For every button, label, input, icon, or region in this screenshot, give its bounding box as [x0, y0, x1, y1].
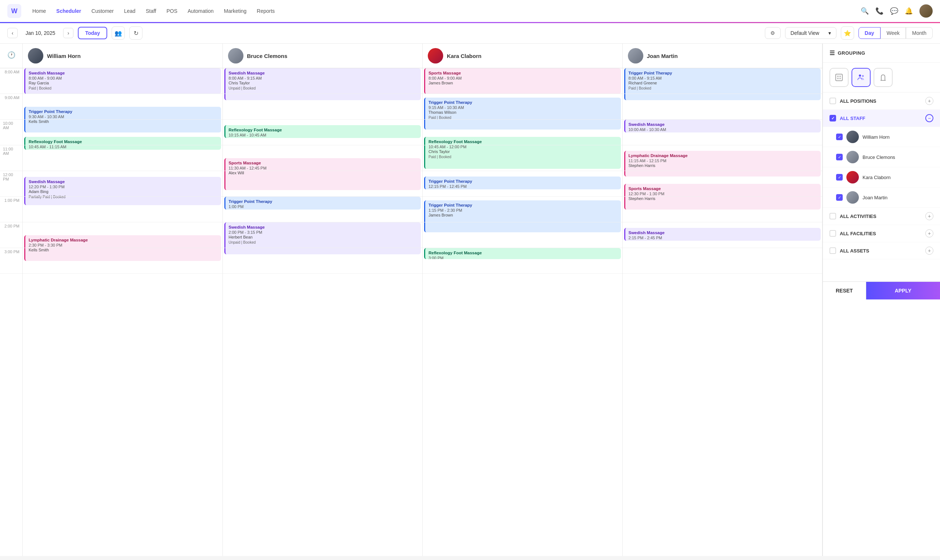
star-button[interactable]: ⭐: [841, 26, 854, 40]
tab-week[interactable]: Week: [880, 27, 906, 39]
phone-icon[interactable]: 📞: [875, 7, 883, 15]
notification-icon[interactable]: 🔔: [905, 7, 913, 15]
all-activities-section[interactable]: ALL ACTIVITIES +: [823, 208, 940, 225]
all-positions-label: ALL POSITIONS: [829, 98, 876, 104]
refresh-button[interactable]: ↻: [129, 26, 142, 40]
assets-expand-button[interactable]: +: [925, 247, 933, 255]
group-by-asset-button[interactable]: [874, 68, 893, 87]
grouping-icons: [823, 63, 940, 92]
all-staff-checkbox[interactable]: ✓: [829, 115, 836, 122]
panel-bottom-buttons: RESET APPLY: [823, 282, 940, 300]
time-slot: 2:00 PM: [0, 222, 22, 248]
staff-row-joan[interactable]: ✓ Joan Martin: [823, 188, 940, 208]
staff-header-kara: Kara Claborn: [423, 44, 623, 68]
time-slot: 9:00 AM: [0, 94, 22, 120]
all-activities-label: ALL ACTIVITIES: [829, 213, 877, 220]
all-facilities-checkbox[interactable]: [829, 230, 836, 237]
william-name: William Horn: [863, 134, 933, 140]
nav-reports[interactable]: Reports: [257, 8, 275, 14]
svg-rect-1: [837, 75, 839, 77]
time-slot: 1:00 PM: [0, 197, 22, 222]
all-activities-checkbox[interactable]: [829, 213, 836, 220]
apply-button[interactable]: APPLY: [866, 282, 940, 300]
staff-name-joan: Joan Martin: [647, 53, 678, 59]
staff-name-kara: Kara Claborn: [447, 53, 481, 59]
user-avatar[interactable]: [920, 5, 933, 18]
prev-date-button[interactable]: ‹: [7, 28, 18, 38]
nav-customer[interactable]: Customer: [91, 8, 114, 14]
nav-automation[interactable]: Automation: [188, 8, 214, 14]
group-by-people-button[interactable]: [852, 68, 871, 87]
nav-home[interactable]: Home: [32, 8, 46, 14]
nav-right: 🔍 📞 💬 🔔: [861, 5, 933, 18]
nav-staff[interactable]: Staff: [146, 8, 156, 14]
clock-icon: 🕐: [7, 51, 15, 59]
all-staff-section[interactable]: ✓ ALL STAFF −: [823, 110, 940, 127]
kara-checkbox[interactable]: ✓: [836, 174, 843, 180]
kara-avatar: [846, 171, 859, 183]
next-date-button[interactable]: ›: [63, 28, 74, 38]
staff-name-bruce: Bruce Clemons: [247, 53, 288, 59]
whatsapp-icon[interactable]: 💬: [890, 7, 898, 15]
nav-scheduler[interactable]: Scheduler: [56, 8, 81, 14]
staff-name-william: William Horn: [47, 53, 81, 59]
group-by-building-button[interactable]: [829, 68, 849, 87]
activities-expand-button[interactable]: +: [925, 212, 933, 220]
positions-expand-button[interactable]: +: [925, 97, 933, 105]
filter-settings-button[interactable]: ⚙: [765, 27, 781, 39]
bruce-avatar: [846, 151, 859, 163]
staff-collapse-button[interactable]: −: [925, 114, 933, 122]
date-display: Jan 10, 2025: [22, 30, 59, 36]
nav-lead[interactable]: Lead: [124, 8, 136, 14]
bruce-name: Bruce Clemons: [863, 154, 933, 160]
search-icon[interactable]: 🔍: [861, 7, 869, 15]
all-positions-section[interactable]: ALL POSITIONS +: [823, 92, 940, 110]
all-facilities-section[interactable]: ALL FACILITIES +: [823, 225, 940, 242]
tab-day[interactable]: Day: [858, 27, 880, 39]
staff-row-bruce[interactable]: ✓ Bruce Clemons: [823, 147, 940, 167]
nav-menu: Home Scheduler Customer Lead Staff POS A…: [32, 8, 275, 14]
tab-month[interactable]: Month: [906, 27, 933, 39]
time-slot: 12:00 PM: [0, 171, 22, 197]
view-selector[interactable]: Default View ▾: [785, 27, 837, 39]
all-assets-checkbox[interactable]: [829, 247, 836, 254]
staff-avatar-william: [28, 48, 43, 63]
staff-avatar-kara: [428, 48, 443, 63]
staff-avatar-joan: [628, 48, 643, 63]
all-staff-label: ✓ ALL STAFF: [829, 115, 866, 122]
staff-col-joan: Trigger Point Therapy8:00 AM - 9:15 AMRi…: [623, 68, 823, 556]
bruce-checkbox[interactable]: ✓: [836, 154, 843, 160]
all-assets-section[interactable]: ALL ASSETS +: [823, 242, 940, 260]
svg-point-5: [859, 74, 861, 77]
time-slot: 11:00 AM: [0, 145, 22, 171]
staff-columns: Swedish Massage8:00 AM - 9:00 AMRay Garc…: [23, 68, 823, 556]
william-avatar: [846, 131, 859, 143]
staff-row-william[interactable]: ✓ William Horn: [823, 127, 940, 147]
chevron-down-icon: ▾: [828, 30, 831, 36]
nav-marketing[interactable]: Marketing: [224, 8, 247, 14]
svg-rect-0: [836, 74, 842, 81]
joan-avatar: [846, 191, 859, 204]
staff-row-kara[interactable]: ✓ Kara Claborn: [823, 167, 940, 188]
svg-rect-4: [839, 78, 841, 79]
william-checkbox[interactable]: ✓: [836, 134, 843, 140]
right-panel: ☰ GROUPING ALL POSITIONS + ✓ ALL: [823, 44, 940, 556]
all-positions-checkbox[interactable]: [829, 98, 836, 104]
joan-checkbox[interactable]: ✓: [836, 194, 843, 201]
facilities-expand-button[interactable]: +: [925, 229, 933, 237]
time-slot: 8:00 AM: [0, 68, 22, 94]
grouping-title: GROUPING: [838, 50, 866, 56]
reset-button[interactable]: RESET: [823, 282, 866, 300]
svg-rect-3: [837, 78, 839, 79]
staff-header-william: William Horn: [23, 44, 223, 68]
time-col-header: 🕐: [0, 44, 23, 68]
grouping-header: ☰ GROUPING: [823, 44, 940, 63]
view-tabs: Day Week Month: [858, 27, 933, 39]
time-column: 8:00 AM9:00 AM10:00 AM11:00 AM12:00 PM1:…: [0, 68, 23, 556]
staff-filter-button[interactable]: 👥: [112, 26, 125, 40]
staff-header-joan: Joan Martin: [623, 44, 823, 68]
today-button[interactable]: Today: [78, 27, 107, 39]
filter-icon: ⚙: [770, 30, 775, 36]
staff-avatar-bruce: [228, 48, 243, 63]
nav-pos[interactable]: POS: [166, 8, 177, 14]
